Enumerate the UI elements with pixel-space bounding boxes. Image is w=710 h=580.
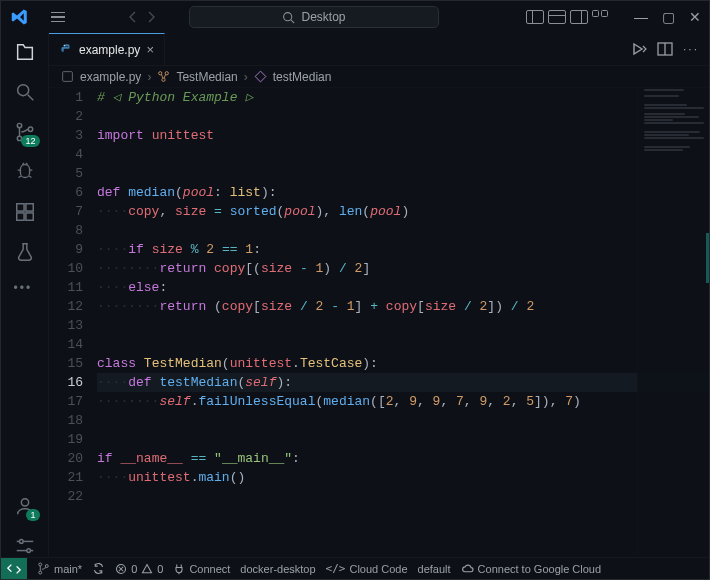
accounts-badge: 1 [26,509,39,521]
layout-bottom-icon[interactable] [548,10,566,24]
cloud-code-label: Cloud Code [349,563,407,575]
svg-point-6 [28,127,32,131]
source-control-icon[interactable]: 12 [14,121,36,143]
remote-indicator[interactable] [1,558,27,580]
chevron-right-icon: › [147,70,151,84]
gcp-status[interactable]: Connect to Google Cloud [461,562,602,575]
svg-rect-21 [63,72,73,82]
minimap[interactable] [637,88,709,557]
svg-point-2 [17,85,28,96]
breadcrumb-method[interactable]: testMedian [273,70,332,84]
tab-filename: example.py [79,43,140,57]
layout-customize-icon[interactable] [592,10,608,24]
svg-rect-9 [25,213,32,220]
svg-point-18 [64,45,65,46]
project-label: default [418,563,451,575]
plug-icon [173,563,185,575]
minimap-overview-marker [706,233,709,283]
docker-context-status[interactable]: docker-desktop [240,563,315,575]
svg-point-0 [284,12,292,20]
run-icon[interactable] [631,42,647,56]
svg-rect-25 [255,71,266,82]
debug-icon[interactable] [14,161,36,183]
search-placeholder: Desktop [301,10,345,24]
menu-icon[interactable] [51,12,65,23]
search-icon [282,11,295,24]
extensions-icon[interactable] [14,201,36,223]
search-activity-icon[interactable] [14,81,36,103]
python-file-icon [61,70,74,83]
svg-point-28 [45,565,48,568]
python-file-icon [59,43,73,57]
svg-rect-10 [25,204,32,211]
test-icon[interactable] [14,241,36,263]
tab-close-icon[interactable]: × [146,42,154,57]
svg-point-4 [17,123,21,127]
nav-back-icon[interactable] [125,9,141,25]
activity-bar: 12 ••• 1 [1,33,49,557]
git-branch-status[interactable]: main* [37,562,82,575]
error-count: 0 [131,563,137,575]
command-center-search[interactable]: Desktop [189,6,439,28]
svg-rect-8 [16,213,23,220]
window-minimize-icon[interactable]: — [634,9,648,25]
tab-bar: example.py × ··· [49,33,709,66]
vscode-logo-icon [5,8,29,26]
accounts-icon[interactable]: 1 [14,495,36,517]
gcp-label: Connect to Google Cloud [478,563,602,575]
svg-point-15 [26,549,30,553]
settings-icon[interactable] [14,535,36,557]
svg-point-26 [39,563,42,566]
svg-point-12 [19,540,23,544]
chevron-right-icon: › [244,70,248,84]
explorer-icon[interactable] [14,41,36,63]
sync-status[interactable] [92,562,105,575]
svg-rect-7 [16,204,23,211]
svg-line-3 [27,95,33,101]
warning-icon [141,563,153,575]
problems-status[interactable]: 0 0 [115,563,163,575]
breadcrumb-file[interactable]: example.py [80,70,141,84]
cloud-icon [461,562,474,575]
class-icon [157,70,170,83]
warning-count: 0 [157,563,163,575]
window-maximize-icon[interactable]: ▢ [662,9,675,25]
breadcrumbs[interactable]: example.py › TestMedian › testMedian [49,66,709,88]
docker-context-label: docker-desktop [240,563,315,575]
code-content[interactable]: # ◁ Python Example ▷import unittestdef m… [97,88,709,557]
svg-point-11 [21,499,28,506]
nav-forward-icon[interactable] [143,9,159,25]
branch-name: main* [54,563,82,575]
connect-label: Connect [189,563,230,575]
layout-left-icon[interactable] [526,10,544,24]
svg-line-1 [291,19,294,22]
more-icon[interactable]: ••• [14,281,36,291]
svg-point-24 [162,78,165,81]
window-close-icon[interactable]: ✕ [689,9,701,25]
editor-area[interactable]: 12345678910111213141516171819202122 # ◁ … [49,88,709,557]
sync-icon [92,562,105,575]
cloud-code-status[interactable]: </> Cloud Code [326,562,408,575]
tab-example-py[interactable]: example.py × [49,33,165,65]
title-bar: Desktop — ▢ ✕ [1,1,709,33]
svg-point-27 [39,571,42,574]
error-icon [115,563,127,575]
line-gutter: 12345678910111213141516171819202122 [49,88,97,557]
branch-icon [37,562,50,575]
tab-more-icon[interactable]: ··· [683,42,699,56]
project-status[interactable]: default [418,563,451,575]
method-icon [254,70,267,83]
breadcrumb-class[interactable]: TestMedian [176,70,237,84]
status-bar: main* 0 0 Connect docker-desktop </> Clo… [1,557,709,579]
scm-badge: 12 [21,135,39,147]
connect-status[interactable]: Connect [173,563,230,575]
layout-right-icon[interactable] [570,10,588,24]
split-editor-icon[interactable] [657,42,673,56]
